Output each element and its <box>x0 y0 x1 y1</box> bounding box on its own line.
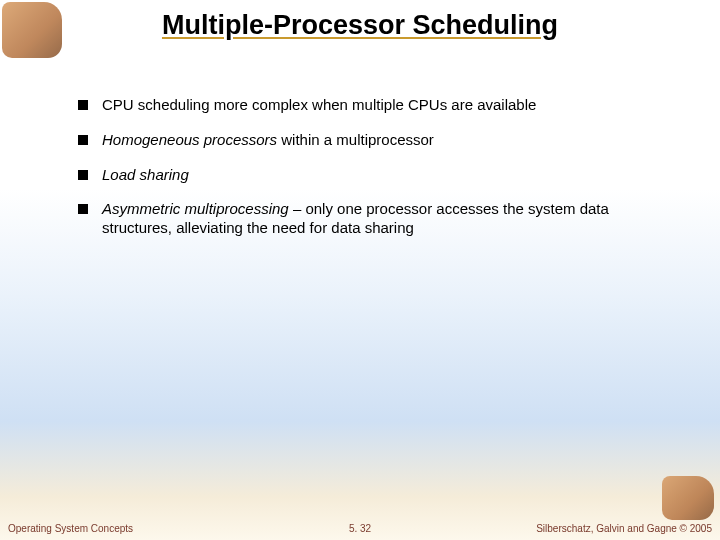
footer-page-number: 5. 32 <box>349 523 371 534</box>
bullet-square-icon <box>78 170 88 180</box>
slide-title: Multiple-Processor Scheduling <box>0 10 720 41</box>
footer-copyright: Silberschatz, Galvin and Gagne © 2005 <box>536 523 712 534</box>
footer-left-text: Operating System Concepts <box>8 523 133 534</box>
bullet-text: Asymmetric multiprocessing – only one pr… <box>102 200 660 238</box>
list-item: Asymmetric multiprocessing – only one pr… <box>78 200 660 238</box>
list-item: CPU scheduling more complex when multipl… <box>78 96 660 115</box>
slide-body: CPU scheduling more complex when multipl… <box>78 96 660 254</box>
slide-footer: Operating System Concepts 5. 32 Silbersc… <box>0 518 720 534</box>
list-item: Homogeneous processors within a multipro… <box>78 131 660 150</box>
bullet-square-icon <box>78 204 88 214</box>
bullet-text: Load sharing <box>102 166 660 185</box>
bullet-text: CPU scheduling more complex when multipl… <box>102 96 660 115</box>
corner-illustration-bottom-right <box>662 476 714 520</box>
list-item: Load sharing <box>78 166 660 185</box>
bullet-square-icon <box>78 135 88 145</box>
bullet-text: Homogeneous processors within a multipro… <box>102 131 660 150</box>
bullet-square-icon <box>78 100 88 110</box>
